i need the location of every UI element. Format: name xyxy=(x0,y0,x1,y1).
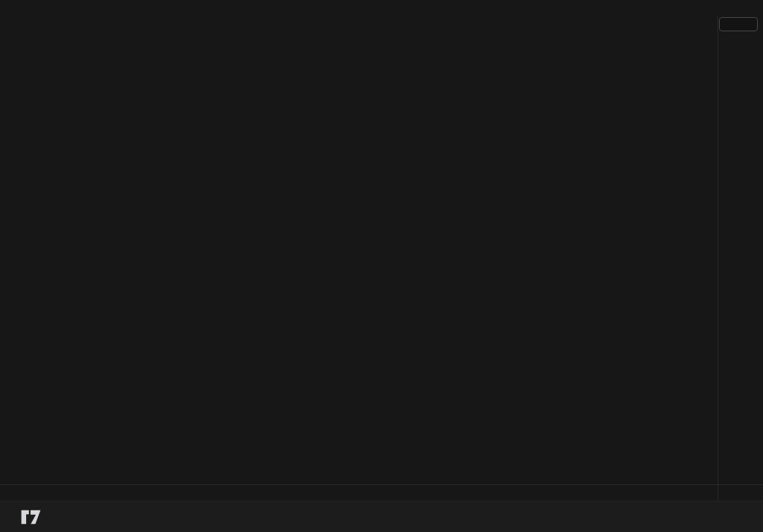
time-axis[interactable] xyxy=(0,484,718,501)
footer-bar xyxy=(0,501,763,532)
chart-pane[interactable] xyxy=(0,16,718,484)
candlestick-chart-canvas[interactable] xyxy=(0,16,718,484)
price-axis[interactable] xyxy=(718,16,763,484)
tradingview-chart-window xyxy=(0,0,763,532)
tradingview-logo-icon xyxy=(21,509,41,525)
axis-corner xyxy=(718,484,763,501)
currency-toggle-button[interactable] xyxy=(719,17,758,31)
tradingview-logo-link[interactable] xyxy=(21,509,47,525)
